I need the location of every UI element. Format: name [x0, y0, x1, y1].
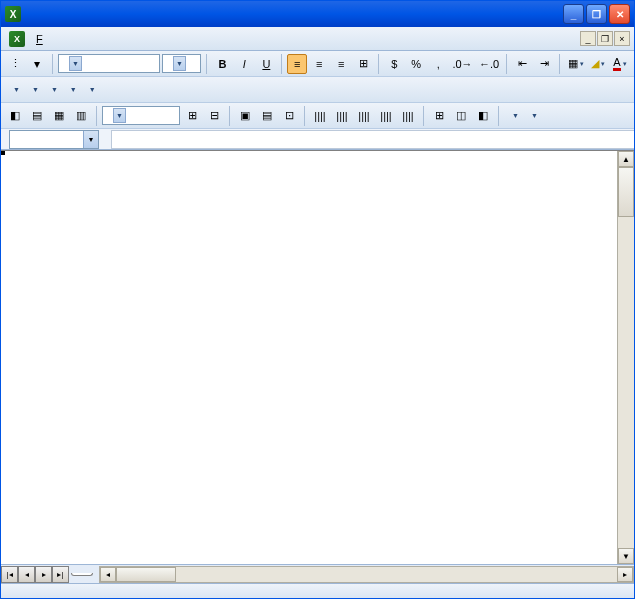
italic-button[interactable]: I: [234, 54, 254, 74]
barcode-icon-1[interactable]: ||||: [310, 106, 330, 126]
tab-nav-last[interactable]: ▸|: [52, 566, 69, 583]
fill-color-button[interactable]: ◢▾: [588, 54, 608, 74]
sheet-tab-datasheet[interactable]: [71, 573, 93, 576]
font-color-button[interactable]: A▾: [610, 54, 630, 74]
tab-nav-prev[interactable]: ◂: [18, 566, 35, 583]
menu-window[interactable]: [134, 36, 148, 42]
tool-icon-7[interactable]: ▣: [235, 106, 255, 126]
hscroll-thumb[interactable]: [116, 567, 176, 582]
increase-decimal-button[interactable]: .0→: [450, 54, 475, 74]
minimize-button[interactable]: _: [563, 4, 584, 24]
close-button[interactable]: ✕: [609, 4, 630, 24]
scroll-up-button[interactable]: ▲: [618, 151, 634, 167]
utilities-menu[interactable]: ▼: [43, 86, 60, 93]
menu-edit[interactable]: [50, 36, 64, 42]
excel-icon: X: [5, 6, 21, 22]
maximize-button[interactable]: ❐: [586, 4, 607, 24]
underline-button[interactable]: U: [256, 54, 276, 74]
study-menu[interactable]: ▼: [5, 86, 22, 93]
barcode-icon-2[interactable]: ||||: [332, 106, 352, 126]
tool-icon-1[interactable]: ◧: [5, 106, 25, 126]
formula-input[interactable]: [111, 130, 634, 149]
addins-menu[interactable]: ▼: [62, 86, 79, 93]
bold-button[interactable]: B: [212, 54, 232, 74]
custom-toolbar: ◧ ▤ ▦ ▥ ▼ ⊞ ⊟ ▣ ▤ ⊡ |||| |||| |||| |||| …: [1, 103, 634, 129]
workbook-icon[interactable]: X: [9, 31, 25, 47]
scroll-thumb[interactable]: [618, 167, 634, 217]
menu-adobepdf[interactable]: [162, 36, 176, 42]
variate-combo[interactable]: ▼: [102, 106, 180, 125]
decrease-decimal-button[interactable]: ←.0: [477, 54, 502, 74]
align-right-button[interactable]: ≡: [331, 54, 351, 74]
currency-button[interactable]: $: [384, 54, 404, 74]
title-bar: X _ ❐ ✕: [1, 1, 634, 27]
barcode-icon-5[interactable]: ||||: [398, 106, 418, 126]
tool-icon-9[interactable]: ⊡: [279, 106, 299, 126]
toolbar-grip[interactable]: ⋮: [5, 54, 25, 74]
mdi-close-button[interactable]: ×: [614, 31, 630, 46]
help-menu[interactable]: ▼: [81, 86, 98, 93]
menu-file[interactable]: F: [29, 30, 50, 48]
align-left-button[interactable]: ≡: [287, 54, 307, 74]
tab-nav-first[interactable]: |◂: [1, 566, 18, 583]
chevron-down-icon: ▼: [173, 56, 186, 71]
font-combo[interactable]: ▼: [58, 54, 160, 73]
tool-icon-2[interactable]: ▤: [27, 106, 47, 126]
scroll-track[interactable]: [618, 217, 634, 548]
menu-icisworkbook[interactable]: [176, 36, 190, 42]
barcode-icon-4[interactable]: ||||: [376, 106, 396, 126]
tool-icon-5[interactable]: ⊞: [182, 106, 202, 126]
merge-center-button[interactable]: ⊞: [353, 54, 373, 74]
mdi-restore-button[interactable]: ❐: [597, 31, 613, 46]
menu-format[interactable]: [92, 36, 106, 42]
gms-menu[interactable]: ▼: [504, 112, 521, 119]
menu-view[interactable]: [64, 36, 78, 42]
tab-nav-next[interactable]: ▸: [35, 566, 52, 583]
menu-help[interactable]: [148, 36, 162, 42]
tool-icon-12[interactable]: ◧: [473, 106, 493, 126]
chevron-down-icon: ▼: [113, 108, 126, 123]
tool-icon-10[interactable]: ⊞: [429, 106, 449, 126]
tool-icon-11[interactable]: ◫: [451, 106, 471, 126]
font-size-combo[interactable]: ▼: [162, 54, 201, 73]
tool-icon-4[interactable]: ▥: [71, 106, 91, 126]
menu-tools[interactable]: [106, 36, 120, 42]
barcode-icon-3[interactable]: ||||: [354, 106, 374, 126]
increase-indent-button[interactable]: ⇥: [534, 54, 554, 74]
scroll-right-button[interactable]: ▸: [617, 567, 633, 582]
decrease-indent-button[interactable]: ⇤: [512, 54, 532, 74]
scroll-down-button[interactable]: ▼: [618, 548, 634, 564]
percent-button[interactable]: %: [406, 54, 426, 74]
menu-data[interactable]: [120, 36, 134, 42]
hscroll-track[interactable]: [176, 567, 617, 582]
horizontal-scrollbar[interactable]: ◂ ▸: [99, 566, 634, 583]
mdi-minimize-button[interactable]: _: [580, 31, 596, 46]
scroll-left-button[interactable]: ◂: [100, 567, 116, 582]
gems-menu[interactable]: ▼: [523, 112, 540, 119]
addin-toolbar: ▼ ▼ ▼ ▼ ▼: [1, 77, 634, 103]
chevron-down-icon: ▼: [69, 56, 82, 71]
toolbar-options-icon[interactable]: ▾: [27, 54, 47, 74]
formula-bar: ▼: [1, 129, 634, 150]
menu-bar: X F _ ❐ ×: [1, 27, 634, 51]
align-center-button[interactable]: ≡: [309, 54, 329, 74]
tool-icon-3[interactable]: ▦: [49, 106, 69, 126]
active-cell-cursor: [1, 151, 5, 155]
name-box[interactable]: ▼: [9, 130, 99, 149]
tool-icon-8[interactable]: ▤: [257, 106, 277, 126]
status-bar: [1, 583, 634, 599]
vertical-scrollbar[interactable]: ▲ ▼: [617, 151, 634, 564]
menu-insert[interactable]: [78, 36, 92, 42]
chevron-down-icon: ▼: [83, 131, 98, 148]
borders-button[interactable]: ▦▾: [565, 54, 586, 74]
spreadsheet-grid[interactable]: ▲ ▼: [1, 150, 634, 564]
comma-button[interactable]: ,: [428, 54, 448, 74]
sheet-tab-bar: |◂ ◂ ▸ ▸| ◂ ▸: [1, 564, 634, 583]
formatting-toolbar: ⋮ ▾ ▼ ▼ B I U ≡ ≡ ≡ ⊞ $ % , .0→ ←.0 ⇤ ⇥ …: [1, 51, 634, 77]
tool-icon-6[interactable]: ⊟: [204, 106, 224, 126]
setup-menu[interactable]: ▼: [24, 86, 41, 93]
